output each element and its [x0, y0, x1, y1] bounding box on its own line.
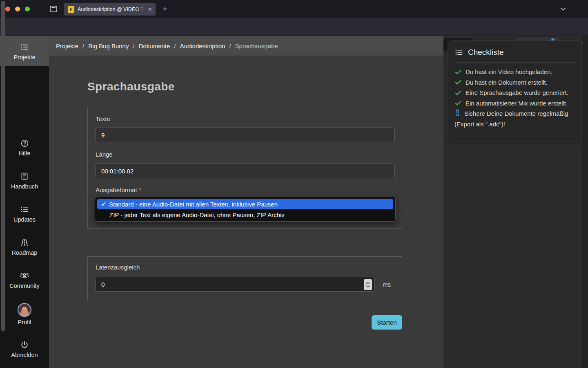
options-panel: Latenzausgleich ms — [87, 256, 402, 301]
breadcrumb-separator: / — [174, 43, 176, 49]
sidebar-item-projekte[interactable]: Projekte — [0, 36, 49, 66]
list-icon — [454, 48, 463, 57]
sidebar-item-label: Roadmap — [0, 249, 49, 256]
checklist-item: Ein automatisierter Mix wurde erstellt. — [454, 98, 575, 109]
breadcrumb-current: Sprachausgabe — [235, 43, 278, 49]
number-stepper[interactable] — [364, 279, 372, 290]
breadcrumb-item[interactable]: Dokumente — [139, 43, 170, 49]
list-icon — [0, 42, 49, 52]
main-content: Projekte / Big Bug Bunny / Dokumente / A… — [49, 36, 443, 368]
checklist-item-text: Du hast ein Dokument erstellt. — [466, 79, 548, 86]
check-icon — [454, 68, 462, 76]
ausgabeformat-select-listbox: ✓ Standard - eine Audio-Datei mit allen … — [95, 197, 396, 222]
tab-close-icon[interactable]: ✕ — [148, 7, 152, 12]
window-minimize-button[interactable] — [15, 7, 20, 11]
sidebar-item-updates[interactable]: Updates — [0, 204, 49, 223]
list-all-tabs-chevron-icon[interactable] — [559, 5, 567, 13]
road-icon — [0, 238, 49, 247]
people-icon — [0, 271, 49, 280]
breadcrumb-item[interactable]: Big Bug Bunny — [88, 43, 129, 49]
latenz-unit: ms — [383, 281, 391, 288]
laenge-input[interactable] — [96, 164, 395, 178]
latenz-input[interactable] — [96, 277, 375, 292]
list-icon — [0, 204, 49, 214]
sidebar-item-label: Community — [0, 283, 49, 289]
book-icon — [0, 171, 49, 181]
help-icon — [0, 138, 49, 148]
sidebar-item-hilfe[interactable]: Hilfe — [0, 138, 49, 157]
checklist-item-text: Ein automatisierter Mix wurde erstellt. — [466, 100, 568, 107]
sidebar-item-label: Profil — [0, 319, 49, 325]
checklist-item-text: Sichere Deine Dokumente regelmäßig (Expo… — [454, 110, 568, 128]
checklist-item: Du hast ein Dokument erstellt. — [454, 77, 575, 88]
breadcrumb-separator: / — [133, 43, 134, 49]
sidebar-item-label: Abmelden — [0, 352, 49, 358]
sidebar-item-handbuch[interactable]: Handbuch — [0, 171, 49, 190]
divider — [454, 62, 575, 63]
sidebar-item-community[interactable]: Community — [0, 271, 49, 289]
checklist-item-text: Du hast ein Video hochgeladen. — [466, 68, 552, 75]
checklist-item: Du hast ein Video hochgeladen. — [454, 67, 575, 77]
firefox-view-icon[interactable] — [49, 5, 58, 13]
new-tab-button[interactable]: + — [160, 4, 169, 14]
checklist-card: Checkliste Du hast ein Video hochgeladen… — [448, 40, 581, 141]
sidebar-item-roadmap[interactable]: Roadmap — [0, 238, 49, 256]
breadcrumb-separator: / — [82, 43, 84, 49]
browser-tabstrip: F Audiodeskription @ VIDEO TO V ✕ + — [0, 0, 588, 18]
breadcrumb: Projekte / Big Bug Bunny / Dokumente / A… — [49, 36, 443, 56]
window-zoom-button[interactable] — [25, 7, 30, 11]
page-scrollbar[interactable] — [582, 36, 588, 368]
starten-button[interactable]: Starten — [372, 315, 402, 330]
texte-label: Texte — [96, 115, 110, 122]
stepper-down-icon — [366, 285, 370, 288]
window-close-button[interactable] — [5, 7, 10, 11]
checklist-header: Checkliste — [454, 48, 575, 57]
select-option-standard[interactable]: ✓ Standard - eine Audio-Datei mit allen … — [97, 199, 393, 209]
page-title: Sprachausgabe — [87, 80, 175, 93]
laenge-label: Länge — [96, 151, 113, 158]
latenz-label: Latenzausgleich — [96, 264, 140, 271]
check-icon — [454, 89, 462, 96]
breadcrumb-item[interactable]: Audiodeskription — [180, 43, 225, 49]
option-label: Standard - eine Audio-Datei mit allen Te… — [109, 201, 278, 208]
texte-input[interactable] — [96, 128, 395, 142]
power-icon — [0, 340, 49, 350]
selected-check-icon: ✓ — [101, 201, 106, 207]
sidebar-item-label: Hilfe — [0, 150, 49, 157]
check-icon — [454, 99, 462, 107]
sidebar-item-profil[interactable]: Profil — [0, 303, 49, 325]
speech-output-panel: Texte Länge Ausgabeformat * ✓ Standard -… — [87, 107, 402, 229]
sidebar-item-label: Updates — [0, 216, 49, 223]
checklist-title: Checkliste — [468, 48, 504, 57]
sidebar-item-label: Projekte — [0, 54, 49, 61]
app-sidebar: Projekte Hilfe Handbuch Updates Roadmap … — [0, 36, 49, 368]
stepper-up-icon — [366, 282, 370, 285]
check-icon — [454, 79, 462, 86]
sidebar-item-label: Handbuch — [0, 183, 49, 190]
tab-favicon: F — [68, 6, 74, 13]
tab-title: Audiodeskription @ VIDEO TO V — [78, 7, 145, 12]
checklist-item-text: Eine Sprachausgabe wurde generiert. — [466, 89, 568, 96]
breadcrumb-item[interactable]: Projekte — [56, 43, 78, 49]
checklist-item: Eine Sprachausgabe wurde generiert. — [454, 88, 575, 98]
checklist-item: Sichere Deine Dokumente regelmäßig (Expo… — [454, 108, 575, 129]
sidebar-item-abmelden[interactable]: Abmelden — [0, 340, 49, 358]
option-label: ZIP - jeder Text als eigene Audio-Datei,… — [109, 211, 285, 218]
user-avatar — [18, 303, 31, 317]
ausgabeformat-label: Ausgabeformat * — [96, 186, 141, 193]
select-option-zip[interactable]: ZIP - jeder Text als eigene Audio-Datei,… — [97, 209, 393, 220]
scrollbar-thumb[interactable] — [1, 1, 5, 331]
backup-icon — [454, 109, 461, 117]
breadcrumb-separator: / — [229, 43, 231, 49]
browser-tab[interactable]: F Audiodeskription @ VIDEO TO V ✕ — [64, 3, 156, 16]
browser-toolbar: Anmelden — [0, 18, 588, 36]
